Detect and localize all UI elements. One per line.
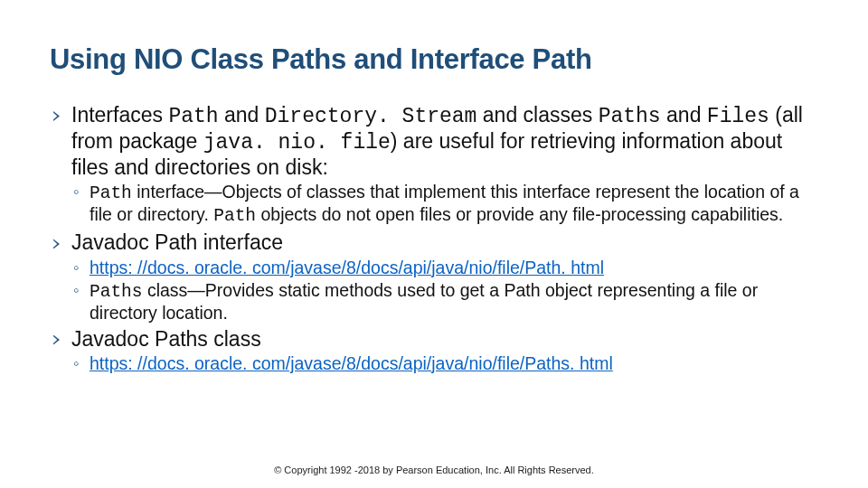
link-path-javadoc[interactable]: https: //docs. oracle. com/javase/8/docs…	[90, 258, 604, 277]
sub-2b-text: Paths class—Provides static methods used…	[90, 280, 758, 323]
bullet-list: Interfaces Path and Directory. Stream an…	[50, 103, 818, 374]
code: Path	[213, 206, 256, 226]
code: java. nio. file	[203, 131, 391, 155]
bullet-item-2: Javadoc Path interface https: //docs. or…	[50, 230, 818, 323]
link-paths-javadoc[interactable]: https: //docs. oracle. com/javase/8/docs…	[90, 353, 613, 373]
text: Interfaces	[71, 103, 168, 127]
code: Path	[168, 105, 218, 128]
text: and	[219, 103, 265, 127]
code: Paths	[90, 282, 143, 302]
sub-list-3: https: //docs. oracle. com/javase/8/docs…	[71, 353, 818, 374]
sub-item-3a: https: //docs. oracle. com/javase/8/docs…	[71, 353, 818, 374]
bullet-1-text: Interfaces Path and Directory. Stream an…	[71, 103, 803, 179]
text: and classes	[476, 103, 598, 127]
code: Path	[90, 183, 132, 203]
bullet-3-text: Javadoc Paths class	[71, 327, 261, 351]
text: objects do not open files or provide any…	[256, 204, 783, 224]
slide-title: Using NIO Class Paths and Interface Path	[50, 43, 818, 76]
sub-list-2: https: //docs. oracle. com/javase/8/docs…	[71, 258, 818, 324]
code: Paths	[599, 105, 661, 128]
sub-1a-text: Path interface—Objects of classes that i…	[90, 182, 799, 224]
code: Files	[707, 105, 769, 128]
sub-list-1: Path interface—Objects of classes that i…	[71, 182, 818, 227]
bullet-item-3: Javadoc Paths class https: //docs. oracl…	[50, 327, 818, 374]
slide-body: Using NIO Class Paths and Interface Path…	[0, 0, 868, 374]
sub-item-2b: Paths class—Provides static methods used…	[71, 280, 818, 324]
sub-item-1a: Path interface—Objects of classes that i…	[71, 182, 818, 227]
sub-item-2a: https: //docs. oracle. com/javase/8/docs…	[71, 258, 818, 278]
bullet-item-1: Interfaces Path and Directory. Stream an…	[50, 103, 818, 227]
code: Directory. Stream	[265, 105, 477, 128]
copyright-footer: © Copyright 1992 -2018 by Pearson Educat…	[0, 465, 868, 475]
text: and	[661, 103, 707, 127]
text: class—Provides static methods used to ge…	[90, 280, 758, 323]
bullet-2-text: Javadoc Path interface	[71, 230, 283, 254]
